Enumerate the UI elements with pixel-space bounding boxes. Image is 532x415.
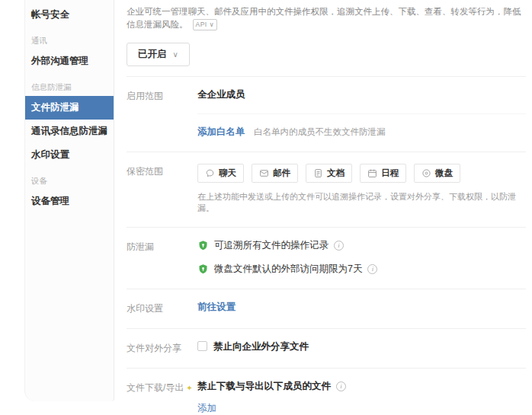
calendar-icon bbox=[367, 168, 377, 178]
chevron-down-icon: ∨ bbox=[210, 21, 215, 28]
chip-calendar[interactable]: 日程 bbox=[360, 164, 406, 183]
info-icon[interactable]: i bbox=[334, 241, 344, 251]
drive-disk-icon bbox=[421, 168, 431, 178]
download-rule-text: 禁止下载与导出以下成员的文件 bbox=[197, 380, 331, 393]
row-secrecy-scope: 保密范围 聊天 邮件 文档 bbox=[127, 152, 526, 228]
secrecy-hint: 在上述功能中发送或上传的文件可以追溯操作记录，设置对外分享、下载权限，以防泄漏。 bbox=[197, 191, 526, 214]
settings-sidebar: 帐号安全 通讯 外部沟通管理 信息防泄漏 文件防泄漏 通讯录信息防泄漏 水印设置… bbox=[24, 0, 114, 401]
sidebar-item-account-security[interactable]: 帐号安全 bbox=[25, 3, 114, 27]
document-icon bbox=[313, 168, 323, 178]
leak-item: 可追溯所有文件的操作记录 bbox=[214, 239, 328, 252]
sidebar-item-file-leak-prevention[interactable]: 文件防泄漏 bbox=[25, 96, 114, 120]
shield-icon bbox=[197, 263, 209, 275]
row-label: 水印设置 bbox=[127, 301, 197, 315]
add-members-link[interactable]: 添加 bbox=[197, 403, 216, 413]
row-label: 保密范围 bbox=[127, 164, 197, 214]
chip-docs[interactable]: 文档 bbox=[306, 164, 352, 183]
mail-icon bbox=[259, 168, 269, 178]
row-apply-scope: 启用范围 全企业成员 添加白名单 白名单内的成员不生效文件防泄漏 bbox=[127, 77, 526, 152]
chip-chat[interactable]: 聊天 bbox=[197, 164, 244, 183]
info-icon[interactable]: i bbox=[367, 264, 377, 274]
goto-watermark-settings-link[interactable]: 前往设置 bbox=[197, 302, 236, 312]
status-dropdown-button[interactable]: 已开启 ∨ bbox=[127, 43, 190, 66]
scope-value: 全企业成员 bbox=[197, 88, 526, 101]
sidebar-section-communication: 通讯 bbox=[25, 27, 114, 49]
add-whitelist-link[interactable]: 添加白名单 bbox=[197, 126, 245, 137]
row-external-share: 文件对外分享 禁止向企业外分享文件 bbox=[127, 329, 526, 369]
row-watermark: 水印设置 前往设置 bbox=[127, 289, 526, 329]
chevron-down-icon: ∨ bbox=[173, 50, 178, 59]
sidebar-item-device-management[interactable]: 设备管理 bbox=[25, 190, 114, 213]
row-label: 文件下载/导出✦ bbox=[127, 380, 197, 415]
admin-settings-page: 帐号安全 通讯 外部沟通管理 信息防泄漏 文件防泄漏 通讯录信息防泄漏 水印设置… bbox=[0, 0, 532, 415]
chat-icon bbox=[205, 168, 215, 178]
feature-description: 企业可统一管理聊天、邮件及应用中的文件操作权限，追溯文件上传、下载、查看、转发等… bbox=[127, 0, 526, 32]
chip-mail[interactable]: 邮件 bbox=[252, 164, 298, 183]
checkbox-label: 禁止向企业外分享文件 bbox=[213, 341, 309, 352]
whitelist-hint: 白名单内的成员不生效文件防泄漏 bbox=[254, 127, 386, 136]
row-label: 启用范围 bbox=[127, 88, 197, 139]
sidebar-section-info-leak-prevention: 信息防泄漏 bbox=[25, 73, 114, 96]
row-download-export: 文件下载/导出✦ 禁止下载与导出以下成员的文件 i 添加 bbox=[127, 369, 526, 415]
api-badge[interactable]: API ∨ bbox=[193, 19, 218, 30]
sidebar-item-watermark-settings[interactable]: 水印设置 bbox=[25, 143, 114, 167]
sidebar-item-external-communication[interactable]: 外部沟通管理 bbox=[25, 49, 114, 73]
info-icon[interactable]: i bbox=[336, 381, 346, 391]
chip-wedrive[interactable]: 微盘 bbox=[414, 164, 460, 183]
row-label: 防泄漏 bbox=[127, 239, 197, 276]
prohibit-external-share-checkbox[interactable] bbox=[197, 341, 207, 351]
divider bbox=[197, 113, 526, 114]
shield-icon bbox=[197, 240, 209, 251]
leak-item: 微盘文件默认的外部访问期限为7天 bbox=[214, 263, 362, 276]
row-label: 文件对外分享 bbox=[127, 340, 197, 355]
row-leak-prevention: 防泄漏 可追溯所有文件的操作记录 i 微盘文件默认的外部访问期限为7天 i bbox=[127, 228, 526, 289]
new-feature-sparkle-icon: ✦ bbox=[186, 384, 192, 392]
file-leak-prevention-panel: 企业可统一管理聊天、邮件及应用中的文件操作权限，追溯文件上传、下载、查看、转发等… bbox=[127, 0, 526, 415]
sidebar-item-contacts-leak-prevention[interactable]: 通讯录信息防泄漏 bbox=[25, 120, 114, 143]
sidebar-section-device: 设备 bbox=[25, 167, 114, 190]
